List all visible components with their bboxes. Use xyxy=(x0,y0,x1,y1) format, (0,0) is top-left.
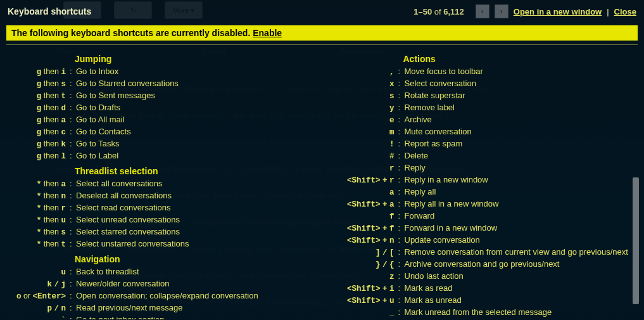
shortcut-desc: Move focus to toolbar xyxy=(405,66,483,78)
shortcut-keys: g then t xyxy=(6,90,70,102)
enable-link[interactable]: Enable xyxy=(253,28,282,38)
shortcut-keys: * then r xyxy=(6,202,70,214)
shortcut-keys: x xyxy=(335,78,398,90)
shortcut-row: g then k:Go to Tasks xyxy=(6,138,310,150)
shortcut-row: } / {:Archive conversation and go previo… xyxy=(335,259,638,271)
section-actions-title: Actions xyxy=(403,54,638,64)
shortcut-row: g then d:Go to Drafts xyxy=(6,102,310,114)
shortcut-keys: * then n xyxy=(6,190,70,202)
shortcut-row: ] / [:Remove conversation from current v… xyxy=(335,246,638,259)
colon: : xyxy=(70,266,76,278)
colon: : xyxy=(70,302,76,314)
banner-divider xyxy=(6,44,638,45)
colon: : xyxy=(398,295,405,307)
shortcut-row: m:Mute conversation xyxy=(335,126,638,138)
shortcut-row: g then s:Go to Starred conversations xyxy=(6,78,310,90)
shortcut-keys: r xyxy=(335,162,398,174)
colon: : xyxy=(70,78,76,90)
shortcut-desc: Archive xyxy=(405,114,432,126)
shortcut-desc: Mute conversation xyxy=(405,126,472,138)
shortcut-desc: Remove conversation from current view an… xyxy=(405,246,628,259)
shortcut-desc: Read previous/next message xyxy=(76,302,182,314)
shortcut-desc: Archive conversation and go previous/nex… xyxy=(405,259,560,271)
shortcut-row: u:Back to threadlist xyxy=(6,266,310,278)
open-new-window-link[interactable]: Open in a new window xyxy=(514,7,602,16)
section-navigation-title: Navigation xyxy=(75,254,310,264)
shortcut-row: _:Mark unread from the selected message xyxy=(335,307,638,319)
overlay-header: Keyboard shortcuts 1–50 of 6,112 ‹ › Ope… xyxy=(0,0,644,23)
shortcut-row: <Shift> + f:Forward in a new window xyxy=(335,222,638,234)
shortcut-row: * then s:Select starred conversations xyxy=(6,226,310,238)
colon: : xyxy=(70,114,76,126)
shortcut-row: #:Delete xyxy=(335,150,638,162)
shortcuts-content: Jumping g then i:Go to Inboxg then s:Go … xyxy=(0,49,644,319)
shortcut-keys: o or <Enter> xyxy=(6,290,70,302)
shortcut-row: g then i:Go to Inbox xyxy=(6,66,310,78)
overlay-title: Keyboard shortcuts xyxy=(8,6,91,16)
shortcut-row: g then t:Go to Sent messages xyxy=(6,90,310,102)
shortcut-desc: Delete xyxy=(405,150,429,162)
shortcut-keys: ] / [ xyxy=(335,246,398,259)
shortcut-desc: Open conversation; collapse/expand conve… xyxy=(76,290,258,302)
shortcut-row: * then n:Deselect all conversations xyxy=(6,190,310,202)
colon: : xyxy=(70,290,76,302)
colon: : xyxy=(70,238,76,250)
colon: : xyxy=(398,246,405,259)
shortcut-keys: <Shift> + n xyxy=(335,234,398,246)
shortcut-row: o or <Enter>:Open conversation; collapse… xyxy=(6,290,310,302)
shortcut-desc: Go to Drafts xyxy=(76,102,120,114)
shortcut-desc: Go to Label xyxy=(76,150,118,162)
pager-next-button[interactable]: › xyxy=(495,4,508,18)
colon: : xyxy=(398,126,405,138)
shortcut-keys: # xyxy=(335,150,398,162)
shortcut-keys: y xyxy=(335,102,398,114)
shortcut-row: * then u:Select unread conversations xyxy=(6,214,310,226)
shortcut-row: y:Remove label xyxy=(335,102,638,114)
shortcut-desc: Go to Starred conversations xyxy=(76,78,179,90)
colon: : xyxy=(70,178,76,190)
banner-text: The following keyboard shortcuts are cur… xyxy=(11,28,250,38)
shortcut-desc: Reply all xyxy=(405,186,436,198)
header-sep: | xyxy=(607,7,609,16)
shortcut-row: k / j:Newer/older conversation xyxy=(6,278,310,290)
shortcut-desc: Select read conversations xyxy=(76,202,171,214)
shortcut-desc: Go to Contacts xyxy=(76,126,131,138)
shortcut-row: <Shift> + i:Mark as read xyxy=(335,283,638,295)
shortcut-keys: g then d xyxy=(6,102,70,114)
colon: : xyxy=(398,210,405,222)
shortcut-row: <Shift> + r:Reply in a new window xyxy=(335,174,638,186)
shortcut-keys: <Shift> + i xyxy=(335,283,398,295)
shortcut-keys: * then t xyxy=(6,238,70,250)
shortcut-row: * then t:Select unstarred conversations xyxy=(6,238,310,250)
colon: : xyxy=(70,226,76,238)
colon: : xyxy=(398,150,405,162)
colon: : xyxy=(70,202,76,214)
colon: : xyxy=(70,138,76,150)
shortcut-desc: Reply xyxy=(405,162,426,174)
colon: : xyxy=(398,222,405,234)
shortcut-row: g then l:Go to Label xyxy=(6,150,310,162)
colon: : xyxy=(398,283,405,295)
shortcut-keys: g then s xyxy=(6,78,70,90)
shortcut-desc: Go to Tasks xyxy=(76,138,119,150)
shortcut-keys: e xyxy=(335,114,398,126)
shortcut-desc: Select all conversations xyxy=(76,178,163,190)
colon: : xyxy=(70,278,76,290)
pager-prev-button[interactable]: ‹ xyxy=(476,4,489,18)
shortcut-row: p / n:Read previous/next message xyxy=(6,302,310,314)
shortcut-keys: s xyxy=(335,90,398,102)
shortcut-keys: a xyxy=(335,186,398,198)
shortcut-keys: g then a xyxy=(6,114,70,126)
overlay-scrollbar[interactable] xyxy=(633,177,639,304)
shortcut-row: <Shift> + u:Mark as unread xyxy=(335,295,638,307)
colon: : xyxy=(70,102,76,114)
shortcut-desc: Select unread conversations xyxy=(76,214,180,226)
shortcut-row: a:Reply all xyxy=(335,186,638,198)
disabled-banner: The following keyboard shortcuts are cur… xyxy=(6,25,638,41)
close-link[interactable]: Close xyxy=(614,7,636,16)
shortcut-keys: k / j xyxy=(6,278,70,290)
shortcut-keys: * then u xyxy=(6,214,70,226)
shortcut-keys: ! xyxy=(335,138,398,150)
shortcut-row: * then r:Select read conversations xyxy=(6,202,310,214)
colon: : xyxy=(70,214,76,226)
